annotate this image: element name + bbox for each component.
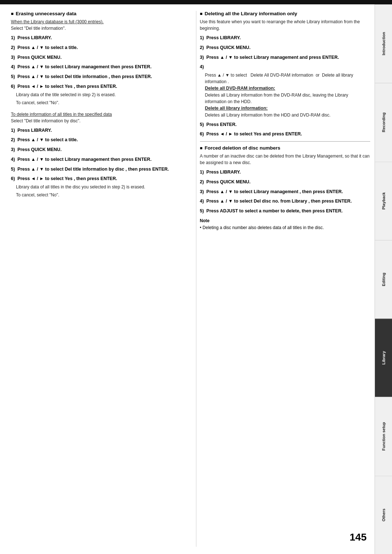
erasing-intro: When the Library database is full (3000 … [11,19,181,32]
left-step2-3: 3) Press QUICK MENU. [11,146,181,153]
del-dvdram-text: Deletes all Library information from the… [205,93,348,104]
del-all-title: Delete all library information: [205,106,268,111]
left-step6-sub2: To cancel, select "No". [16,99,181,106]
right-step2-3: 3) Press ▲ / ▼ to select Library managem… [200,188,371,195]
sidebar-item-playback[interactable]: Playback [375,162,392,240]
right-step2-5: 5) Press ADJUST to select a number to de… [200,208,371,215]
sidebar-item-others[interactable]: Others [375,476,392,554]
section2-select: Select "Del title information by disc". [11,118,81,123]
erasing-title-text: Erasing unnecessary data [16,11,76,16]
right-step2-2: 2) Press QUICK MENU. [200,179,371,186]
right-step4-extra: Press ▲ / ▼ to select Delete All DVD-RAM… [205,72,371,118]
left-step2-1: 1) Press LIBRARY. [11,127,181,134]
section-divider [200,141,371,142]
right-step2-4: 4) Press ▲ / ▼ to select Del disc no. fr… [200,198,371,205]
left-step2-6: 6) Press ◄ / ► to select Yes , then pres… [11,175,181,182]
section-erasing-title: Erasing unnecessary data [11,11,181,16]
sidebar-item-introduction[interactable]: Introduction [375,4,392,83]
right-step1-3: 3) Press ▲ / ▼ to select Library managem… [200,54,371,61]
erasing-intro2: Select "Del title information". [11,26,66,31]
left-step2-4: 4) Press ▲ / ▼ to select Library managem… [11,156,181,163]
left-step1-4: 4) Press ▲ / ▼ to select Library managem… [11,64,181,70]
main-content: Erasing unnecessary data When the Librar… [11,11,370,547]
forced-title-text: Forced deletion of disc numbers [205,145,281,151]
deleting-intro: Use this feature when you want to rearra… [200,19,371,32]
del-dvdram-title: Delete all DVD-RAM information: [205,86,275,91]
sidebar: Introduction Recording Playback Editing … [375,4,392,554]
left-step1-1: 1) Press LIBRARY. [11,34,181,41]
sidebar-item-editing[interactable]: Editing [375,240,392,318]
right-step1-6: 6) Press ◄ / ► to select Yes and press E… [200,131,371,138]
right-step1-5: 5) Press ENTER. [200,121,371,128]
deleting-title-text: Deleting all the Library information onl… [205,11,297,16]
section2-underline: To delete information of all titles in t… [11,112,112,117]
del-all-text: Deletes all Library information from the… [205,113,331,118]
left-step1-5: 5) Press ▲ / ▼ to select Del title infor… [11,73,181,80]
sidebar-item-function-setup[interactable]: Function setup [375,397,392,475]
top-bar [0,0,392,4]
note-section: Note • Deleting a disc number also delet… [200,218,371,231]
sidebar-item-library[interactable]: Library [375,318,392,397]
left-step6b-sub1: Library data of all titles in the disc y… [16,184,181,190]
right-step2-1: 1) Press LIBRARY. [200,169,371,176]
note-body: • Deleting a disc number also deletes da… [200,224,371,231]
left-step6-sub1: Library data of the title selected in st… [16,91,181,98]
right-step1-4: 4) [200,64,371,70]
forced-intro: A number of an inactive disc can be dele… [200,153,371,166]
section-forced-title: Forced deletion of disc numbers [200,145,371,151]
left-step2-2: 2) Press ▲ / ▼ to select a title. [11,137,181,143]
left-step1-2: 2) Press ▲ / ▼ to select a title. [11,44,181,51]
left-step1-3: 3) Press QUICK MENU. [11,54,181,61]
section2-intro-text: To delete information of all titles in t… [11,111,181,124]
section2-divider: To delete information of all titles in t… [11,111,181,124]
erasing-intro1: When the Library database is full (3000 … [11,19,103,24]
right-step1-2: 2) Press QUICK MENU. [200,44,371,51]
left-step1-6: 6) Press ◄ / ► to select Yes , then pres… [11,83,181,90]
note-title: Note [200,218,371,223]
right-column: Deleting all the Library information onl… [196,11,371,547]
left-step2-5: 5) Press ▲ / ▼ to select Del title infor… [11,166,181,173]
sidebar-item-recording[interactable]: Recording [375,83,392,161]
section-deleting-title: Deleting all the Library information onl… [200,11,371,16]
left-step6b-sub2: To cancel, select "No". [16,192,181,198]
left-column: Erasing unnecessary data When the Librar… [11,11,185,547]
right-step1-1: 1) Press LIBRARY. [200,34,371,41]
